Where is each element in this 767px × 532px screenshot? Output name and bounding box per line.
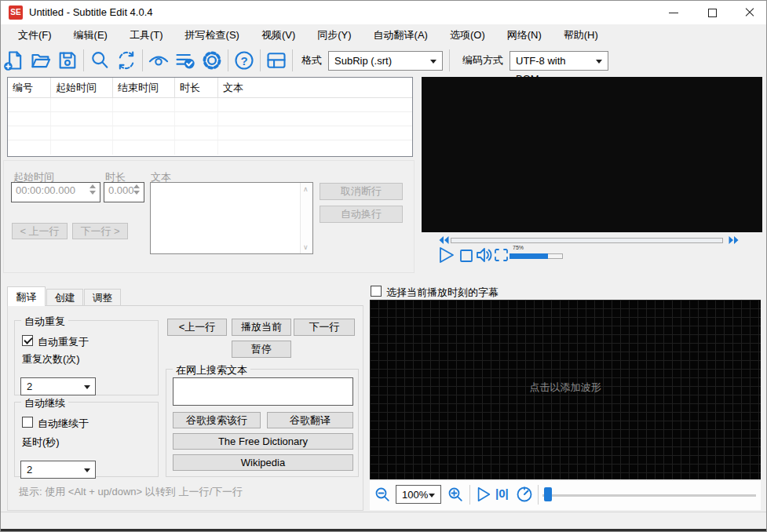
menu-item-spellcheck[interactable]: 拼写检查(S) [174,24,250,46]
playback-speed-icon[interactable] [516,486,533,503]
column-header-text[interactable]: 文本 [218,78,412,97]
play-icon[interactable] [437,246,456,264]
subtitle-list[interactable]: 编号 起始时间 结束时间 时长 文本 [7,77,413,157]
pause-button[interactable]: 暂停 [232,341,291,358]
format-select[interactable]: SubRip (.srt) [328,51,443,71]
prev-line-button[interactable]: < 上一行 [12,223,68,239]
column-header-end-time[interactable]: 结束时间 [113,78,175,97]
wikipedia-button[interactable]: Wikipedia [173,454,353,471]
menu-item-options[interactable]: 选项(O) [439,24,496,46]
encoding-select[interactable]: UTF-8 with BOM [510,51,608,71]
video-seek-bar[interactable] [451,238,723,243]
new-file-button[interactable] [1,49,27,72]
auto-continue-checkbox[interactable] [22,417,33,428]
status-bar [1,512,766,529]
chevron-down-icon [430,60,436,64]
web-search-group: 在网上搜索文本 谷歌搜索该行 谷歌翻译 The Free Dictionary … [166,369,359,477]
scroll-up-icon[interactable]: ∧ [303,185,309,193]
waveform-play-icon[interactable] [475,486,492,503]
spell-check-button[interactable] [172,49,199,72]
waveform-position-slider[interactable] [542,494,756,497]
textarea-scrollbar[interactable]: ∧ ∨ [300,183,312,253]
auto-repeat-group: 自动重复 自动重复于 重复次数(次) 2 [14,320,159,395]
save-icon [57,49,79,71]
tab-adjust[interactable]: 调整 [84,289,121,306]
visual-sync-button[interactable] [145,49,172,72]
volume-slider-fill [510,253,548,259]
fullscreen-icon[interactable] [494,248,509,262]
tab-create[interactable]: 创建 [46,289,83,306]
web-search-input[interactable] [173,377,353,406]
waveform-zoom-select[interactable]: 100% [396,485,441,504]
maximize-icon [708,9,717,17]
settings-button[interactable] [199,49,225,72]
duration-input[interactable]: 0.000 [104,182,144,202]
menu-item-help[interactable]: 帮助(H) [553,24,609,46]
translate-next-line-button[interactable]: 下一行 [294,319,355,336]
minimize-button[interactable] [657,1,690,24]
waveform-display[interactable]: 点击以添加波形 [370,300,761,479]
forward-icon[interactable] [728,235,740,246]
start-time-input[interactable]: 00:00:00.000 [11,182,100,202]
replace-button[interactable] [113,49,140,72]
chevron-down-icon [596,60,602,64]
menu-item-autotranslate[interactable]: 自动翻译(A) [363,24,439,46]
open-folder-icon [30,49,52,71]
menu-item-video[interactable]: 视频(V) [250,24,306,46]
free-dictionary-button[interactable]: The Free Dictionary [173,433,353,450]
column-header-number[interactable]: 编号 [8,78,51,97]
auto-repeat-checkbox[interactable] [22,335,33,346]
subtitle-text-area[interactable]: ∧ ∨ [150,182,313,254]
select-current-subtitle-checkbox[interactable] [371,286,382,297]
video-display[interactable] [422,77,762,232]
scroll-down-icon[interactable]: ∨ [303,243,309,251]
translate-prev-line-button[interactable]: <上一行 [167,319,227,336]
help-button[interactable]: ? [231,49,257,72]
autobreak-button[interactable]: 自动换行 [320,206,403,223]
spell-check-icon [174,49,196,71]
volume-icon[interactable] [476,247,493,263]
find-button[interactable] [86,49,113,72]
waveform-zoom-value: 100% [402,489,428,501]
google-search-line-button[interactable]: 谷歌搜索该行 [173,412,261,428]
rewind-icon[interactable] [437,235,450,246]
menu-item-network[interactable]: 网络(N) [496,24,553,46]
help-question-glyph: ? [240,54,247,67]
toolbar: ? 格式 SubRip (.srt) 编码方式 UTF-8 with BOM [1,46,766,75]
spinner-arrows-icon[interactable] [87,184,98,195]
unbreak-button[interactable]: 取消断行 [320,183,403,200]
repeat-count-select[interactable]: 2 [20,377,96,395]
zoom-out-icon[interactable] [374,486,391,503]
save-button[interactable] [54,49,81,72]
column-header-duration[interactable]: 时长 [175,78,218,97]
chevron-down-icon [429,494,435,497]
close-button[interactable] [733,1,766,24]
search-icon [89,49,111,71]
open-file-button[interactable] [27,49,54,72]
table-row [8,126,412,140]
slider-thumb[interactable] [544,487,552,501]
volume-percent-label: 75% [513,245,524,250]
delay-select[interactable]: 2 [20,461,96,479]
menu-item-sync[interactable]: 同步(Y) [306,24,362,46]
play-current-button[interactable]: 播放当前 [232,319,291,336]
tab-translate[interactable]: 翻译 [7,286,46,306]
layout-button[interactable] [263,49,290,72]
play-one-second-icon[interactable]: |0| [495,486,509,500]
spinner-arrows-icon[interactable] [131,184,142,195]
menu-item-tools[interactable]: 工具(T) [119,24,174,46]
column-header-start-time[interactable]: 起始时间 [51,78,113,97]
new-file-icon [3,49,25,71]
google-translate-button[interactable]: 谷歌翻译 [267,412,353,428]
next-line-button[interactable]: 下一行 > [72,223,128,239]
menu-item-edit[interactable]: 编辑(E) [63,24,119,46]
app-window: SE Untitled - Subtitle Edit 4.0.4 文件(F) … [0,0,767,532]
delay-value: 2 [27,464,32,476]
stop-icon[interactable] [459,249,473,263]
menu-item-file[interactable]: 文件(F) [7,24,63,46]
zoom-in-icon[interactable] [447,486,464,503]
repeat-count-label: 重复次数(次) [22,352,80,366]
settings-gear-icon [201,49,223,71]
maximize-button[interactable] [696,1,729,24]
window-title: Untitled - Subtitle Edit 4.0.4 [29,1,153,24]
